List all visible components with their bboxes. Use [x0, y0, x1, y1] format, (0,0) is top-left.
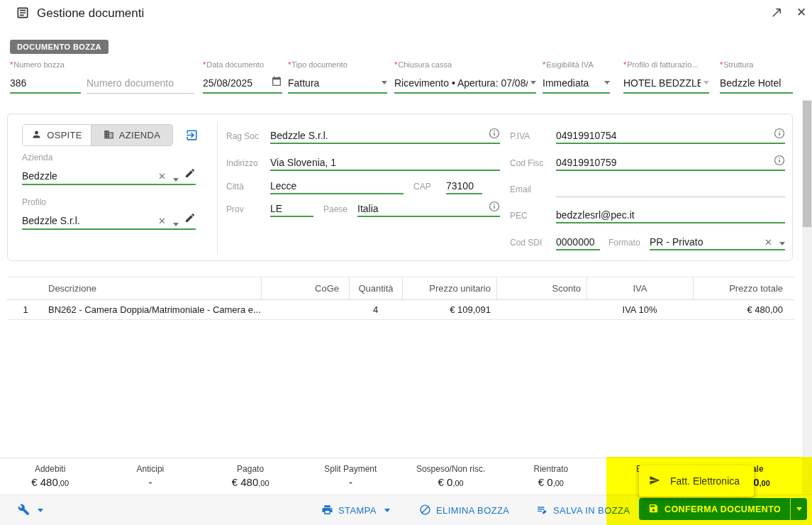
info-icon[interactable]	[774, 155, 785, 168]
paese-input[interactable]: Italia	[357, 201, 500, 217]
clear-icon[interactable]: ✕	[158, 172, 166, 182]
edit-icon[interactable]	[184, 212, 196, 226]
table-header: Descrizione CoGe Quantità Prezzo unitari…	[7, 277, 794, 300]
button-label: ELIMINA BOZZA	[436, 505, 509, 516]
numero-documento-placeholder[interactable]: Numero documento	[87, 77, 194, 89]
profilo-select[interactable]: Bedzzle S.r.l. ✕	[22, 209, 196, 230]
edit-icon[interactable]	[184, 167, 196, 182]
clear-icon[interactable]: ✕	[158, 216, 166, 226]
codfisc-input[interactable]: 04919910759	[556, 155, 785, 171]
required-marker: *	[10, 60, 13, 69]
summary-anticipi: Anticipi -	[100, 458, 200, 494]
chevron-down-icon[interactable]	[604, 81, 610, 84]
info-icon[interactable]	[489, 128, 500, 141]
conferma-dropdown-toggle[interactable]	[790, 498, 807, 520]
field-data-documento[interactable]: *Data documento 25/08/2025	[203, 60, 282, 96]
chevron-down-icon[interactable]	[703, 81, 709, 84]
required-marker: *	[543, 60, 545, 69]
esigibilita-iva-value[interactable]: Immediata	[543, 77, 601, 89]
col-coge: CoGe	[261, 277, 349, 299]
calendar-icon[interactable]	[271, 76, 282, 89]
conferma-documento-main[interactable]: CONFERMA DOCUMENTO	[639, 498, 790, 520]
codsdi-formato-row: Cod SDI 0000000 Formato PR - Privato ✕	[510, 229, 785, 250]
codsdi-input[interactable]: 0000000	[556, 236, 600, 250]
formato-select[interactable]: PR - Privato ✕	[650, 236, 785, 250]
conferma-documento-button[interactable]: CONFERMA DOCUMENTO	[639, 498, 807, 520]
table-row[interactable]: 1 BN262 - Camera Doppia/Matrimoniale - C…	[7, 300, 794, 320]
required-marker: *	[394, 60, 397, 69]
info-icon[interactable]	[774, 128, 785, 141]
stampa-button[interactable]: STAMPA	[321, 495, 390, 525]
codsdi-label: Cod SDI	[510, 238, 556, 250]
chevron-down-icon[interactable]	[382, 81, 387, 84]
person-icon	[31, 129, 42, 142]
numero-bozza-value[interactable]: 386	[10, 77, 81, 89]
prov-input[interactable]: LE	[270, 203, 313, 217]
col-num	[7, 277, 44, 299]
field-label: Struttura	[723, 60, 753, 69]
profilo-fatturazione-value[interactable]: HOTEL BEDZZLE S	[623, 77, 701, 89]
chevron-down-icon[interactable]	[779, 242, 785, 245]
chevron-down-icon[interactable]	[530, 81, 536, 84]
chiusura-cassa-value[interactable]: Ricevimento • Apertura: 07/08/	[394, 77, 528, 89]
col-descrizione: Descrizione	[44, 277, 261, 299]
chevron-down-icon[interactable]	[173, 223, 179, 226]
col-prezzo-unitario: Prezzo unitario	[402, 277, 496, 299]
row-descrizione: BN262 - Camera Doppia/Matrimoniale - Cam…	[44, 300, 261, 319]
required-marker: *	[623, 60, 626, 69]
indirizzo-input[interactable]: Via Slovenia, 1	[270, 157, 500, 171]
export-icon[interactable]	[185, 128, 199, 145]
fatt-elettronica-menu-item[interactable]: Fatt. Elettronica	[639, 465, 754, 497]
button-label: CONFERMA DOCUMENTO	[664, 504, 781, 514]
scrollbar-thumb[interactable]	[803, 101, 811, 227]
document-icon	[16, 6, 30, 23]
field-numero-bozza[interactable]: *Numero bozza 386	[10, 60, 81, 96]
save-draft-icon	[536, 504, 548, 518]
scrollbar[interactable]	[802, 99, 812, 494]
row-prezzo-unitario: € 109,091	[402, 300, 496, 319]
pec-input[interactable]: bedzzlesrl@pec.it	[556, 209, 785, 223]
field-struttura[interactable]: *Struttura Bedzzle Hotel	[720, 60, 793, 96]
printer-icon	[321, 504, 333, 518]
block-icon	[419, 504, 431, 518]
close-icon[interactable]: ✕	[794, 4, 809, 21]
cap-input[interactable]: 73100	[446, 180, 482, 194]
azienda-select[interactable]: Bedzzle ✕	[22, 164, 196, 185]
party-card: OSPITE AZIENDA Azienda Bedzzle ✕ Profilo…	[7, 114, 793, 261]
tab-ospite[interactable]: OSPITE	[23, 125, 91, 145]
codfisc-row: Cod Fisc 04919910759	[510, 150, 785, 171]
email-input[interactable]	[556, 195, 785, 197]
row-coge	[261, 300, 349, 319]
piva-row: P.IVA 04919910754	[510, 123, 785, 144]
tools-menu-button[interactable]	[18, 495, 43, 525]
tab-azienda[interactable]: AZIENDA	[91, 125, 172, 145]
clear-icon[interactable]: ✕	[764, 238, 772, 248]
struttura-value[interactable]: Bedzzle Hotel	[720, 77, 793, 89]
field-tipo-documento[interactable]: *Tipo documento Fattura	[288, 60, 387, 96]
summary-pagato: Pagato € 480,00	[201, 458, 301, 494]
citta-cap-row: Città Lecce CAP 73100	[226, 173, 500, 194]
prov-label: Prov	[226, 204, 270, 217]
info-icon[interactable]	[489, 201, 500, 214]
data-documento-value[interactable]: 25/08/2025	[203, 77, 271, 89]
field-chiusura-cassa[interactable]: *Chiusura cassa Ricevimento • Apertura: …	[394, 60, 536, 96]
citta-label: Città	[226, 182, 270, 194]
field-numero-documento[interactable]: Numero documento	[87, 60, 194, 96]
row-num: 1	[7, 300, 44, 319]
email-label: Email	[510, 184, 556, 197]
col-sconto: Sconto	[496, 277, 586, 299]
cap-label: CAP	[404, 182, 446, 194]
field-esigibilita-iva[interactable]: *Esigibilità IVA Immediata	[543, 60, 610, 96]
paese-label: Paese	[313, 204, 357, 217]
ragsoc-input[interactable]: Bedzzle S.r.l.	[270, 128, 500, 144]
tipo-documento-value[interactable]: Fattura	[288, 77, 379, 89]
email-row: Email	[510, 176, 785, 197]
salva-in-bozza-button[interactable]: SALVA IN BOZZA	[536, 495, 630, 525]
field-profilo-fatturazione[interactable]: *Profilo di fatturazio... HOTEL BEDZZLE …	[623, 60, 709, 96]
chevron-down-icon[interactable]	[173, 178, 179, 182]
expand-icon[interactable]	[770, 6, 784, 21]
citta-input[interactable]: Lecce	[270, 180, 404, 194]
wrench-icon	[18, 504, 30, 518]
elimina-bozza-button[interactable]: ELIMINA BOZZA	[419, 495, 509, 525]
piva-input[interactable]: 04919910754	[556, 128, 785, 144]
